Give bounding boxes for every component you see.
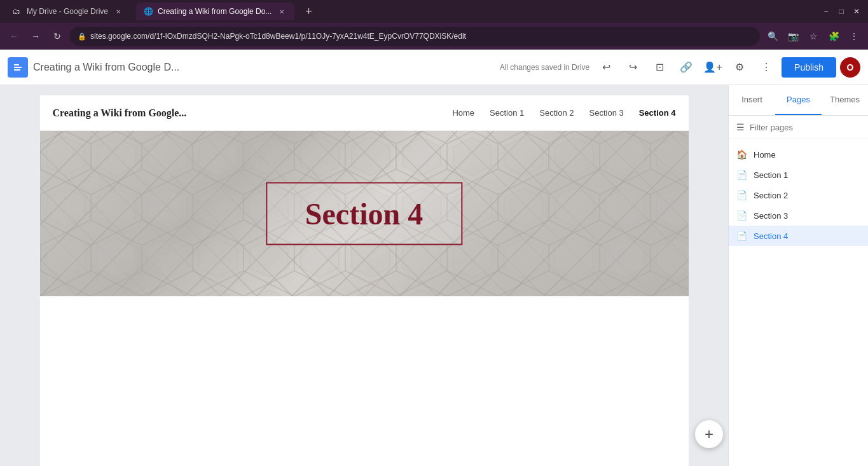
nav-link-section1[interactable]: Section 1 <box>490 108 524 118</box>
publish-button[interactable]: Publish <box>782 57 836 78</box>
site-nav-links: Home Section 1 Section 2 Section 3 Secti… <box>452 108 675 118</box>
more-options-button[interactable]: ⋮ <box>755 56 778 79</box>
home-page-icon: 🏠 <box>736 149 747 160</box>
page-item-section3[interactable]: 📄 Section 3 <box>729 205 868 226</box>
filter-section: ☰ <box>729 116 868 139</box>
zoom-icon-button[interactable]: 🔍 <box>764 27 782 45</box>
refresh-button[interactable]: ↻ <box>48 27 66 45</box>
add-section-button[interactable]: + <box>695 420 723 448</box>
preview-button[interactable]: ⊡ <box>648 56 671 79</box>
app-logo <box>8 57 28 78</box>
section4-page-icon: 📄 <box>736 231 747 241</box>
editor-canvas[interactable]: Creating a Wiki from Google... Home Sect… <box>0 85 728 466</box>
tab-title-my-drive: My Drive - Google Drive <box>27 7 108 16</box>
nav-link-home[interactable]: Home <box>452 108 474 118</box>
minimize-button[interactable]: − <box>820 5 832 18</box>
tab-close-my-drive[interactable]: ✕ <box>113 6 123 17</box>
browser-menu-button[interactable]: ⋮ <box>845 27 863 45</box>
page-item-home[interactable]: 🏠 Home <box>729 144 868 165</box>
screenshot-icon-button[interactable]: 📷 <box>784 27 802 45</box>
browser-frame: 🗂 My Drive - Google Drive ✕ 🌐 Creating a… <box>0 0 868 466</box>
url-bar[interactable]: 🔒 sites.google.com/d/1f-IOxDmzdSQH2-NaPg… <box>70 27 760 46</box>
tab-close-wiki[interactable]: ✕ <box>277 6 287 17</box>
section1-page-icon: 📄 <box>736 170 747 180</box>
close-button[interactable]: ✕ <box>850 5 863 18</box>
maximize-button[interactable]: □ <box>835 5 848 18</box>
app-toolbar-actions: ↩ ↪ ⊡ 🔗 👤+ ⚙ ⋮ Publish O <box>595 56 860 79</box>
svg-rect-3 <box>14 69 20 71</box>
undo-button[interactable]: ↩ <box>595 56 617 79</box>
forward-button[interactable]: → <box>27 27 45 45</box>
page-name-section1: Section 1 <box>754 170 788 180</box>
new-tab-button[interactable]: + <box>300 3 317 20</box>
page-item-section1[interactable]: 📄 Section 1 <box>729 165 868 185</box>
page-name-home: Home <box>754 150 776 160</box>
page-item-section4[interactable]: 📄 Section 4 <box>729 226 868 246</box>
autosave-status: All changes saved in Drive <box>500 63 589 72</box>
filter-icon: ☰ <box>736 122 745 132</box>
link-button[interactable]: 🔗 <box>675 56 698 79</box>
page-item-section2[interactable]: 📄 Section 2 <box>729 185 868 205</box>
browser-toolbar-icons: 🔍 📷 ☆ 🧩 ⋮ <box>764 27 863 45</box>
svg-rect-2 <box>14 67 22 68</box>
tab-favicon-wiki: 🌐 <box>144 7 153 16</box>
section2-page-icon: 📄 <box>736 190 747 200</box>
site-title: Creating a Wiki from Google... <box>53 107 187 119</box>
share-button[interactable]: 👤+ <box>701 56 724 79</box>
nav-link-section2[interactable]: Section 2 <box>539 108 574 118</box>
user-avatar[interactable]: O <box>840 57 860 78</box>
tab-title-wiki: Creating a Wiki from Google Do... <box>158 7 272 16</box>
section3-page-icon: 📄 <box>736 210 747 221</box>
svg-rect-1 <box>14 64 19 65</box>
page-name-section2: Section 2 <box>754 191 788 200</box>
filter-pages-input[interactable] <box>750 123 860 132</box>
title-bar: 🗂 My Drive - Google Drive ✕ 🌐 Creating a… <box>0 0 868 23</box>
address-bar: ← → ↻ 🔒 sites.google.com/d/1f-IOxDmzdSQH… <box>0 23 868 50</box>
hero-title-box[interactable]: Section 4 <box>266 182 462 245</box>
lock-icon: 🔒 <box>78 32 86 41</box>
tab-themes[interactable]: Themes <box>822 85 868 115</box>
content-area[interactable] <box>40 296 689 466</box>
tab-my-drive[interactable]: 🗂 My Drive - Google Drive ✕ <box>5 3 131 20</box>
nav-link-section4[interactable]: Section 4 <box>639 108 676 118</box>
tab-insert[interactable]: Insert <box>729 85 775 115</box>
settings-button[interactable]: ⚙ <box>728 56 751 79</box>
tab-favicon-my-drive: 🗂 <box>13 7 22 16</box>
hero-section: Section 4 <box>40 131 689 296</box>
right-sidebar: Insert Pages Themes ☰ 🏠 Home 📄 <box>728 85 868 466</box>
fab-container: + <box>695 420 723 448</box>
window-controls: − □ ✕ <box>820 5 863 18</box>
site-nav: Creating a Wiki from Google... Home Sect… <box>40 95 689 131</box>
tab-pages[interactable]: Pages <box>775 85 822 115</box>
back-button[interactable]: ← <box>5 27 23 45</box>
pages-list: 🏠 Home 📄 Section 1 📄 Section 2 📄 Section… <box>729 139 868 466</box>
page-name-section4: Section 4 <box>754 231 788 241</box>
url-text: sites.google.com/d/1f-IOxDmzdSQH2-NaPgk-… <box>90 32 752 41</box>
app-title: Creating a Wiki from Google D... <box>33 62 495 73</box>
app-toolbar: Creating a Wiki from Google D... All cha… <box>0 50 868 85</box>
nav-link-section3[interactable]: Section 3 <box>589 108 624 118</box>
sidebar-tabs: Insert Pages Themes <box>729 85 868 116</box>
extensions-icon-button[interactable]: 🧩 <box>825 27 843 45</box>
page-name-section3: Section 3 <box>754 211 788 221</box>
hero-title: Section 4 <box>305 197 423 231</box>
redo-button[interactable]: ↪ <box>621 56 644 79</box>
site-preview: Creating a Wiki from Google... Home Sect… <box>40 95 689 456</box>
tab-wiki[interactable]: 🌐 Creating a Wiki from Google Do... ✕ <box>136 3 294 20</box>
main-content: Creating a Wiki from Google... Home Sect… <box>0 85 868 466</box>
bookmark-icon-button[interactable]: ☆ <box>804 27 822 45</box>
app-area: Creating a Wiki from Google D... All cha… <box>0 50 868 466</box>
